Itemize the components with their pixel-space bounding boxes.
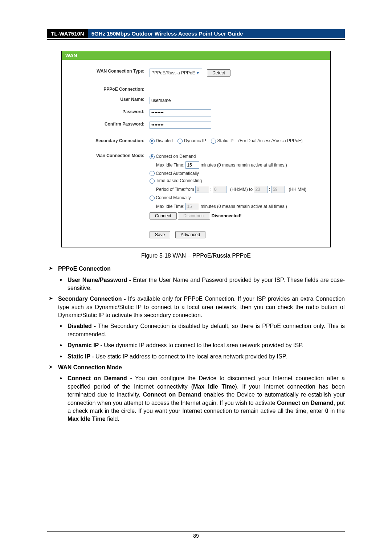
demand-b2: Connect on Demand <box>143 391 201 398</box>
period-to-mm[interactable] <box>271 186 285 193</box>
mode-time-label: Time-based Connecting <box>156 178 202 183</box>
period-from-mm[interactable] <box>213 186 226 193</box>
period-to-hh[interactable] <box>254 186 268 193</box>
user-pw-bold: User Name/Password - <box>68 277 131 283</box>
secondary-dynamic-label: Dynamic IP <box>184 138 206 143</box>
figure-caption: Figure 5-18 WAN – PPPoE/Russia PPPoE <box>47 253 345 259</box>
demand-b5: Max Idle Time <box>68 416 106 422</box>
demand-b1: Max Idle Time <box>193 383 235 390</box>
panel-title: WAN <box>62 51 330 60</box>
model-label: TL-WA7510N <box>47 29 88 38</box>
secondary-static-radio[interactable] <box>211 139 216 144</box>
user-name-label: User Name: <box>68 95 147 106</box>
password-label: Password: <box>68 107 147 119</box>
mode-auto-radio[interactable] <box>150 171 155 176</box>
body-text: PPPoE Connection User Name/Password - En… <box>47 265 345 423</box>
dynamic-bold: Dynamic IP - <box>68 342 102 348</box>
wan-connection-type-label: WAN Connection Type: <box>68 66 147 79</box>
secondary-suffix: (For Dual Access/Russia PPPoE) <box>238 138 302 143</box>
connection-status: Disconnected! <box>212 213 242 218</box>
period-label: Period of Time:from <box>156 187 194 192</box>
secondary-bold: Secondary Connection - <box>58 296 126 302</box>
detect-button[interactable]: Detect <box>207 69 230 77</box>
mode-time-radio[interactable] <box>150 178 155 184</box>
connect-button[interactable]: Connect <box>150 212 177 219</box>
secondary-disabled-radio[interactable] <box>150 139 155 144</box>
demand-bold: Connect on Demand - <box>68 375 132 381</box>
max-idle-label-1: Max Idle Time: <box>156 163 184 168</box>
demand-b4: 0 <box>325 408 328 414</box>
secondary-connection-label: Secondary Connection: <box>68 132 147 146</box>
page-number: 89 <box>47 531 345 539</box>
page: TL-WA7510N 5GHz 150Mbps Outdoor Wireless… <box>0 0 392 554</box>
static-text: Use static IP address to connect to the … <box>94 353 287 360</box>
secondary-disabled-label: Disabled <box>156 138 173 143</box>
mode-demand-radio[interactable] <box>150 154 155 159</box>
pppoe-connection-heading: PPPoE Connection <box>58 266 111 272</box>
max-idle-suffix-1: minutes (0 means remain active at all ti… <box>201 163 287 168</box>
period-mid: (HH:MM) to <box>230 187 253 192</box>
user-name-input[interactable] <box>150 97 211 104</box>
document-title: 5GHz 150Mbps Outdoor Wireless Access Poi… <box>88 29 345 38</box>
select-value: PPPoE/Russia PPPoE <box>151 70 195 75</box>
mode-demand-label: Connect on Demand <box>156 154 196 159</box>
max-idle-input-2[interactable] <box>185 203 199 210</box>
max-idle-suffix-2: minutes (0 means remain active at all ti… <box>201 204 287 209</box>
mode-manual-radio[interactable] <box>150 196 155 201</box>
max-idle-input-1[interactable] <box>185 161 199 169</box>
mode-auto-label: Connect Automatically <box>156 171 199 176</box>
disabled-text: The Secondary Connection is disabled by … <box>68 323 345 337</box>
mode-manual-label: Connect Manually <box>156 195 191 200</box>
period-from-hh[interactable] <box>195 186 209 193</box>
dynamic-text: Use dynamic IP address to connect to the… <box>102 342 303 348</box>
period-end: (HH:MM) <box>289 187 306 192</box>
wan-connection-mode-label: Wan Connection Mode: <box>68 147 147 224</box>
disabled-bold: Disabled - <box>68 323 96 329</box>
demand-b3: Connect on Demand <box>277 400 334 406</box>
wan-connection-type-select[interactable]: PPPoE/Russia PPPoE ▾ <box>150 69 202 77</box>
demand-p6: field. <box>106 416 119 422</box>
chevron-down-icon: ▾ <box>195 70 200 75</box>
max-idle-label-2: Max Idle Time: <box>156 204 184 209</box>
disconnect-button[interactable]: Disconnect <box>178 212 210 219</box>
confirm-password-input[interactable] <box>150 122 211 129</box>
wan-mode-heading: WAN Connection Mode <box>58 364 122 370</box>
save-button[interactable]: Save <box>150 231 170 238</box>
secondary-dynamic-radio[interactable] <box>177 139 183 144</box>
secondary-static-label: Static IP <box>217 138 233 143</box>
document-header: TL-WA7510N 5GHz 150Mbps Outdoor Wireless… <box>47 29 345 40</box>
password-input[interactable] <box>150 109 211 116</box>
advanced-button[interactable]: Advanced <box>175 231 205 238</box>
demand-p5: in the <box>328 408 345 414</box>
confirm-password-label: Confirm Password: <box>68 119 147 131</box>
figure-wan-panel: WAN WAN Connection Type: PPPoE/Russia PP… <box>47 51 345 247</box>
pppoe-connection-label: PPPoE Connection: <box>68 80 147 94</box>
static-bold: Static IP - <box>68 353 94 360</box>
